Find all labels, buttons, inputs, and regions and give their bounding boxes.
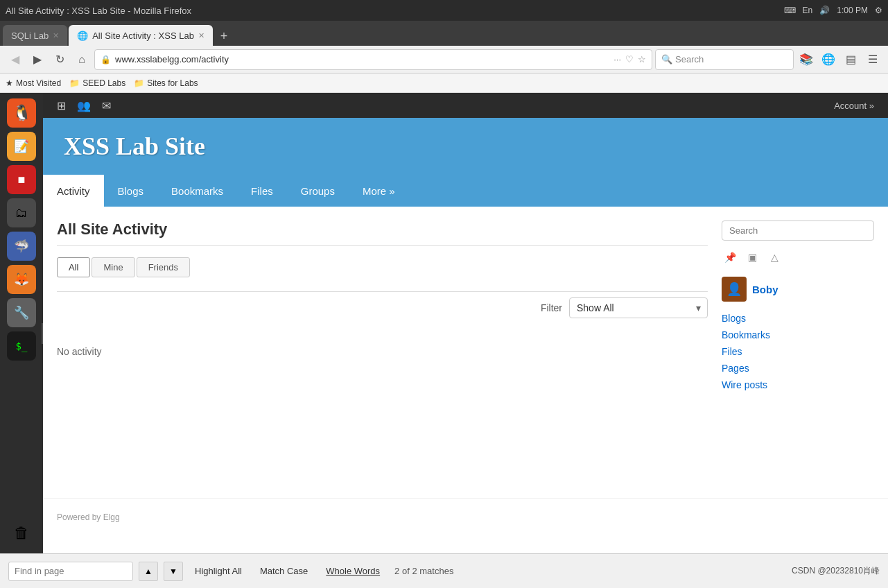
match-case-button[interactable]: Match Case [254,562,314,580]
ssl-icon: 🔒 [101,55,111,64]
new-tab-button[interactable]: + [214,26,234,46]
clock: 1:00 PM [837,6,868,15]
pin-icon[interactable]: 📌 [722,249,738,266]
filter-select-wrapper[interactable]: Show All Blogs Bookmarks Files Pages Wir… [569,297,708,318]
nav-groups[interactable]: Groups [287,175,349,207]
title-bar-icons: ⌨ En 🔊 1:00 PM ⚙ [784,6,882,15]
grid-icon[interactable]: ⊞ [57,99,66,112]
bookmark-seed-labs[interactable]: 📁 SEED Labs [69,78,125,88]
files-icon[interactable]: 🗂 [7,198,36,227]
rss-icon[interactable]: ▣ [744,249,760,266]
tab-mine[interactable]: Mine [92,257,134,277]
trash-icon[interactable]: 🗑 [7,519,36,548]
content-tabs: All Mine Friends [57,257,708,277]
bookmarks-bar: ★ Most Visited 📁 SEED Labs 📁 Sites for L… [0,74,888,93]
no-activity-text: No activity [57,332,708,371]
ubuntu-icon[interactable]: 🐧 [7,98,36,128]
nav-more[interactable]: More » [349,175,409,207]
browser-search-bar[interactable]: 🔍 Search [655,49,794,70]
site-topnav: ⊞ 👥 ✉ Account » [43,93,888,118]
url-bar[interactable]: 🔒 www.xsslabelgg.com/activity ··· ♡ ☆ [94,49,652,70]
search-icon: 🔍 [661,54,672,64]
wireshark-icon[interactable]: 🦈 [7,232,36,261]
library-icon[interactable]: 📚 [796,50,816,69]
sidebar-link-bookmarks[interactable]: Bookmarks [722,329,874,340]
site-topnav-icons: ⊞ 👥 ✉ [57,99,111,112]
filter-row: Filter Show All Blogs Bookmarks Files Pa… [57,297,708,318]
find-bar: ▲ ▼ Highlight All Match Case Whole Words… [0,553,888,588]
nav-activity[interactable]: Activity [43,175,104,207]
page-title: All Site Activity [57,220,708,246]
title-bar: All Site Activity : XSS Lab Site - Mozil… [0,0,888,21]
folder-icon-seed: 📁 [69,78,80,88]
back-button[interactable]: ◀ [6,50,25,69]
user-avatar[interactable]: 👤 [722,277,747,302]
tab-xss-close[interactable]: ✕ [198,31,204,40]
site-header: XSS Lab Site [43,118,888,175]
nav-bar: ◀ ▶ ↻ ⌂ 🔒 www.xsslabelgg.com/activity ··… [0,46,888,74]
tab-all[interactable]: All [57,257,90,277]
tab-sqli-close[interactable]: ✕ [53,31,59,40]
tab-bar: SQLi Lab ✕ 🌐 All Site Activity : XSS Lab… [0,21,888,46]
terminal-red-icon[interactable]: ■ [7,165,36,194]
filter-select[interactable]: Show All Blogs Bookmarks Files Pages Wir… [569,297,708,318]
main-content: All Site Activity All Mine Friends Filte… [43,207,888,484]
divider [57,291,708,292]
sidebar-link-blogs[interactable]: Blogs [722,313,874,324]
search-placeholder: Search [675,54,704,64]
mail-icon[interactable]: ✉ [102,99,111,112]
url-more-icon[interactable]: ··· [613,54,621,64]
bookmark-most-visited[interactable]: ★ Most Visited [6,78,61,88]
alert-icon[interactable]: △ [766,249,783,266]
keyboard-icon: ⌨ [784,6,796,15]
url-text: www.xsslabelgg.com/activity [115,54,609,64]
nav-bookmarks[interactable]: Bookmarks [157,175,237,207]
window-title: All Site Activity : XSS Lab Site - Mozil… [6,6,191,16]
sidebar-action-icons: 📌 ▣ △ [722,249,874,266]
user-name[interactable]: Boby [752,284,778,295]
tab-friends[interactable]: Friends [137,257,190,277]
bookmark-star-icon[interactable]: ☆ [638,54,646,64]
sidebar-link-pages[interactable]: Pages [722,363,874,374]
forward-button[interactable]: ▶ [28,50,47,69]
find-prev-button[interactable]: ▲ [139,562,158,581]
tab-favicon: 🌐 [77,31,88,41]
settings-app-icon[interactable]: 🔧 [7,298,36,327]
highlight-all-button[interactable]: Highlight All [189,562,248,580]
console-icon[interactable]: $_ [7,331,36,361]
tab-xss[interactable]: 🌐 All Site Activity : XSS Lab ✕ [69,25,213,46]
reload-button[interactable]: ↻ [50,50,69,69]
find-matches: 2 of 2 matches [394,566,453,576]
find-next-button[interactable]: ▼ [164,562,183,581]
bookmark-sites-for-labs-label: Sites for Labs [147,78,198,88]
nav-files[interactable]: Files [237,175,287,207]
folder-icon-sites: 📁 [134,78,144,88]
nav-right-icons: 📚 🌐 ▤ ☰ [796,50,882,69]
menu-icon[interactable]: ☰ [863,50,882,69]
sidebar-link-files[interactable]: Files [722,346,874,357]
pocket-icon[interactable]: ♡ [625,54,634,64]
whole-words-button[interactable]: Whole Words [320,562,386,580]
reader-view-icon[interactable]: ▤ [841,50,860,69]
browser-content: ⊞ 👥 ✉ Account » XSS Lab Site Activity Bl… [43,93,888,553]
find-input[interactable] [8,562,133,581]
bookmark-most-visited-label: Most Visited [16,78,61,88]
notes-icon[interactable]: 📝 [7,132,36,161]
tab-xss-label: All Site Activity : XSS Lab [92,31,194,41]
site-title: XSS Lab Site [64,132,867,161]
sync-icon[interactable]: 🌐 [819,50,838,69]
bookmark-sites-for-labs[interactable]: 📁 Sites for Labs [134,78,198,88]
users-icon[interactable]: 👥 [77,99,91,112]
content-sidebar: 📌 ▣ △ 👤 Boby Blogs Bookmarks Files Pages… [722,220,874,470]
account-link[interactable]: Account » [834,101,874,111]
content-main: All Site Activity All Mine Friends Filte… [57,220,708,470]
home-button[interactable]: ⌂ [72,50,92,69]
firefox-icon[interactable]: 🦊 [7,265,36,294]
sidebar-search-input[interactable] [722,220,874,241]
sidebar-link-wire-posts[interactable]: Wire posts [722,379,874,390]
user-section: 👤 Boby [722,277,874,302]
tab-sqli[interactable]: SQLi Lab ✕ [3,25,67,46]
bookmark-seed-labs-label: SEED Labs [82,78,125,88]
nav-blogs[interactable]: Blogs [104,175,158,207]
app-sidebar: 🐧 📝 ■ 🗂 🦈 🦊 🔧 $_ 🗑 ‹ [0,93,43,553]
